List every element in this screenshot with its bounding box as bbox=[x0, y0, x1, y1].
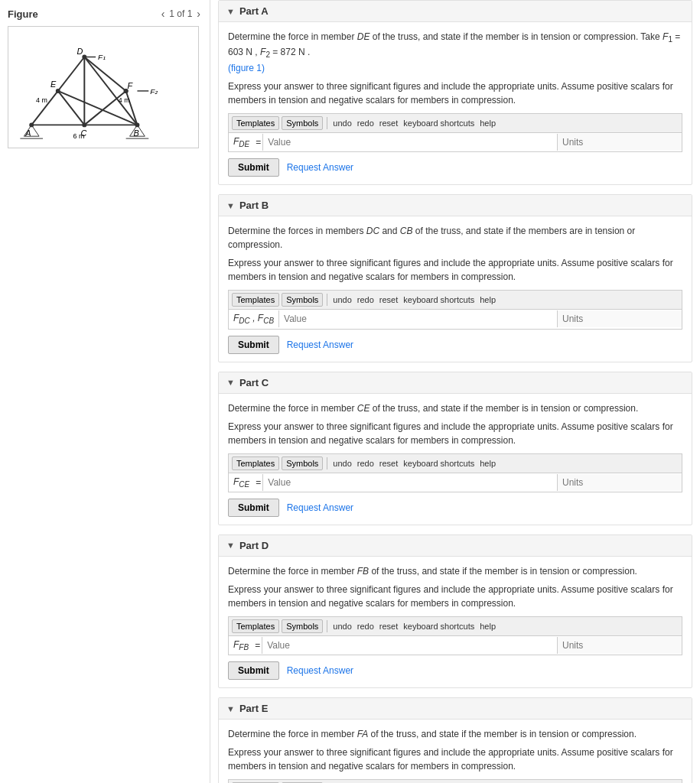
part-b-content: Determine the forces in members DC and C… bbox=[219, 216, 692, 361]
part-c-request-answer-link[interactable]: Request Answer bbox=[287, 502, 353, 513]
part-d-reset-btn[interactable]: reset bbox=[378, 621, 399, 632]
right-panel: ▼ Part A Determine the force in member D… bbox=[210, 0, 700, 783]
part-c-keyboard-btn[interactable]: keyboard shortcuts bbox=[402, 458, 476, 469]
part-d-help-btn[interactable]: help bbox=[478, 621, 497, 632]
part-a-equals: = bbox=[254, 134, 262, 151]
part-b-value-input[interactable] bbox=[278, 310, 557, 327]
part-a-keyboard-btn[interactable]: keyboard shortcuts bbox=[402, 118, 476, 128]
part-d-equals: = bbox=[253, 637, 262, 654]
part-b-reset-btn[interactable]: reset bbox=[378, 294, 399, 305]
part-c-help-btn[interactable]: help bbox=[478, 458, 497, 469]
main-layout: Figure ‹ 1 of 1 › bbox=[0, 0, 700, 783]
part-e-instruction: Express your answer to three significant… bbox=[228, 746, 682, 773]
part-b-units-input[interactable] bbox=[557, 310, 682, 327]
part-e-label: Part E bbox=[239, 703, 269, 714]
svg-line-2 bbox=[84, 57, 137, 125]
part-a-figure-link[interactable]: (figure 1) bbox=[228, 63, 265, 73]
part-d-toolbar: Templates Symbols undo redo reset keyboa… bbox=[228, 616, 682, 635]
part-c-label: Part C bbox=[239, 377, 269, 388]
part-b-header[interactable]: ▼ Part B bbox=[219, 195, 692, 216]
svg-text:F: F bbox=[128, 81, 134, 90]
part-b-submit-button[interactable]: Submit bbox=[228, 336, 279, 354]
part-e-section: ▼ Part E Determine the force in member F… bbox=[218, 697, 692, 783]
part-b-help-btn[interactable]: help bbox=[478, 294, 497, 305]
svg-text:F₁: F₁ bbox=[98, 53, 106, 61]
figure-title: Figure bbox=[8, 8, 38, 20]
part-b-templates-btn[interactable]: Templates bbox=[232, 293, 279, 307]
part-b-input-wrapper: Templates Symbols undo redo reset keyboa… bbox=[228, 290, 682, 329]
part-c-redo-btn[interactable]: redo bbox=[356, 458, 376, 469]
part-b-symbols-btn[interactable]: Symbols bbox=[282, 293, 323, 307]
part-a-units-input[interactable] bbox=[557, 134, 682, 151]
part-a-request-answer-link[interactable]: Request Answer bbox=[287, 162, 353, 173]
part-a-templates-btn[interactable]: Templates bbox=[232, 116, 279, 130]
part-a-symbols-btn[interactable]: Symbols bbox=[282, 116, 323, 130]
part-d-header[interactable]: ▼ Part D bbox=[219, 535, 692, 557]
part-b-redo-btn[interactable]: redo bbox=[356, 294, 376, 305]
part-a-undo-btn[interactable]: undo bbox=[331, 118, 353, 128]
part-b-request-answer-link[interactable]: Request Answer bbox=[287, 340, 353, 350]
part-d-keyboard-btn[interactable]: keyboard shortcuts bbox=[402, 621, 476, 632]
part-d-symbols-btn[interactable]: Symbols bbox=[282, 619, 323, 633]
part-c-units-input[interactable] bbox=[557, 474, 682, 491]
part-c-content: Determine the force in member CE of the … bbox=[219, 394, 692, 525]
part-a-description: Determine the force in member DE of the … bbox=[228, 30, 682, 75]
part-b-label: Part B bbox=[239, 200, 269, 211]
part-b-section: ▼ Part B Determine the forces in members… bbox=[218, 194, 692, 362]
figure-area: D E A B C F F₁ F₂ 4 m 4 m 6 m bbox=[8, 26, 199, 148]
part-b-description: Determine the forces in members DC and C… bbox=[228, 224, 682, 252]
part-d-redo-btn[interactable]: redo bbox=[356, 621, 376, 632]
part-b-keyboard-btn[interactable]: keyboard shortcuts bbox=[402, 294, 476, 305]
part-d-units-input[interactable] bbox=[557, 637, 682, 654]
part-e-description: Determine the force in member FA of the … bbox=[228, 727, 682, 741]
part-a-content: Determine the force in member DE of the … bbox=[219, 22, 692, 184]
part-c-reset-btn[interactable]: reset bbox=[378, 458, 399, 469]
figure-nav-text: 1 of 1 bbox=[169, 8, 192, 19]
part-a-input-wrapper: Templates Symbols undo redo reset keyboa… bbox=[228, 113, 682, 152]
part-d-input-wrapper: Templates Symbols undo redo reset keyboa… bbox=[228, 616, 682, 655]
part-c-instruction: Express your answer to three significant… bbox=[228, 420, 682, 447]
part-c-value-input[interactable] bbox=[262, 474, 557, 491]
part-c-undo-btn[interactable]: undo bbox=[331, 458, 353, 469]
part-d-undo-btn[interactable]: undo bbox=[331, 621, 353, 632]
part-a-help-btn[interactable]: help bbox=[478, 118, 497, 128]
part-c-symbols-btn[interactable]: Symbols bbox=[282, 456, 323, 470]
part-e-toggle-icon: ▼ bbox=[226, 704, 235, 713]
part-b-input-row: FDC , FCB bbox=[228, 309, 682, 329]
part-d-input-row: FFB = bbox=[228, 635, 682, 655]
part-a-submit-button[interactable]: Submit bbox=[228, 158, 279, 177]
part-a-value-input[interactable] bbox=[262, 134, 557, 151]
part-a-toggle-icon: ▼ bbox=[226, 7, 235, 16]
part-a-instruction: Express your answer to three significant… bbox=[228, 80, 682, 107]
prev-figure-button[interactable]: ‹ bbox=[160, 8, 167, 20]
next-figure-button[interactable]: › bbox=[195, 8, 202, 20]
svg-text:4 m: 4 m bbox=[36, 96, 47, 104]
part-c-templates-btn[interactable]: Templates bbox=[232, 456, 279, 470]
part-d-request-answer-link[interactable]: Request Answer bbox=[287, 665, 353, 676]
part-c-input-label: FCE bbox=[229, 473, 254, 492]
part-d-instruction: Express your answer to three significant… bbox=[228, 583, 682, 610]
part-d-description: Determine the force in member FB of the … bbox=[228, 564, 682, 578]
part-a-redo-btn[interactable]: redo bbox=[356, 118, 376, 128]
part-c-section: ▼ Part C Determine the force in member C… bbox=[218, 372, 692, 525]
part-e-content: Determine the force in member FA of the … bbox=[219, 720, 692, 783]
part-b-undo-btn[interactable]: undo bbox=[331, 294, 353, 305]
part-c-submit-button[interactable]: Submit bbox=[228, 499, 279, 517]
part-e-header[interactable]: ▼ Part E bbox=[219, 698, 692, 720]
svg-text:4 m: 4 m bbox=[119, 96, 130, 104]
part-d-submit-button[interactable]: Submit bbox=[228, 661, 279, 680]
part-c-action-row: Submit Request Answer bbox=[228, 499, 682, 517]
part-c-header[interactable]: ▼ Part C bbox=[219, 372, 692, 394]
part-c-toolbar: Templates Symbols undo redo reset keyboa… bbox=[228, 453, 682, 473]
figure-header: Figure ‹ 1 of 1 › bbox=[8, 8, 202, 20]
part-c-sep1 bbox=[327, 457, 327, 469]
svg-text:D: D bbox=[77, 47, 83, 56]
part-a-reset-btn[interactable]: reset bbox=[378, 118, 399, 128]
part-d-content: Determine the force in member FB of the … bbox=[219, 557, 692, 687]
part-a-section: ▼ Part A Determine the force in member D… bbox=[218, 0, 692, 185]
part-c-toggle-icon: ▼ bbox=[226, 378, 235, 387]
part-d-value-input[interactable] bbox=[262, 637, 557, 654]
left-panel: Figure ‹ 1 of 1 › bbox=[0, 0, 210, 783]
part-a-header[interactable]: ▼ Part A bbox=[219, 1, 692, 22]
part-d-templates-btn[interactable]: Templates bbox=[232, 619, 279, 633]
